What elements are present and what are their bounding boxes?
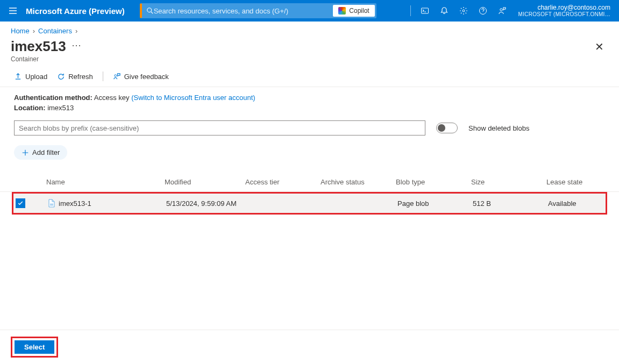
svg-point-0 <box>147 8 151 12</box>
refresh-icon <box>57 73 65 81</box>
upload-icon <box>14 73 22 81</box>
help-button[interactable] <box>473 0 493 22</box>
chevron-right-icon: › <box>33 27 35 35</box>
feedback-button[interactable] <box>493 0 512 22</box>
auth-method-value: Access key <box>94 94 130 102</box>
svg-rect-6 <box>50 204 53 204</box>
more-actions-button[interactable]: ⋯ <box>72 38 81 52</box>
brand-title[interactable]: Microsoft Azure (Preview) <box>26 6 125 16</box>
show-deleted-label: Show deleted blobs <box>468 124 529 132</box>
topbar-actions: charlie.roy@contoso.com MICROSOFT (MICRO… <box>406 0 615 22</box>
add-filter-button[interactable]: Add filter <box>14 145 67 160</box>
filter-icon <box>22 149 29 156</box>
cell-lease-state: Available <box>548 199 619 208</box>
user-tenant: MICROSOFT (MICROSOFT.ONMI… <box>518 11 611 18</box>
svg-rect-1 <box>421 8 428 13</box>
user-email: charlie.roy@contoso.com <box>518 4 611 11</box>
col-name[interactable]: Name <box>46 178 165 186</box>
location-value: imex513 <box>47 104 74 112</box>
auth-method-label: Authentication method: <box>14 94 93 102</box>
azure-topbar: Microsoft Azure (Preview) Copilot charli… <box>0 0 619 22</box>
blob-prefix-search[interactable] <box>14 120 425 135</box>
chevron-right-icon: › <box>75 27 77 35</box>
switch-auth-link[interactable]: (Switch to Microsoft Entra user account) <box>131 94 255 102</box>
refresh-label: Refresh <box>68 73 93 81</box>
breadcrumb-containers[interactable]: Containers <box>38 27 72 35</box>
close-blade-button[interactable]: ✕ <box>590 38 608 55</box>
svg-rect-7 <box>50 205 53 205</box>
show-deleted-toggle[interactable] <box>436 123 458 133</box>
feedback-icon <box>113 73 121 81</box>
feedback-label: Give feedback <box>124 73 169 81</box>
person-feedback-icon <box>498 6 507 15</box>
footer-bar: Select <box>0 330 619 364</box>
table-header: Name Modified Access tier Archive status… <box>0 173 619 192</box>
col-blob-type[interactable]: Blob type <box>396 178 471 186</box>
col-access-tier[interactable]: Access tier <box>245 178 321 186</box>
select-highlight-annotation: Select <box>11 337 58 358</box>
copilot-button[interactable]: Copilot <box>333 5 374 17</box>
copilot-icon <box>338 7 346 15</box>
table-row[interactable]: imex513-1 5/13/2024, 9:59:09 AM Page blo… <box>13 194 606 213</box>
svg-point-4 <box>500 9 502 11</box>
svg-point-5 <box>115 74 117 76</box>
col-archive-status[interactable]: Archive status <box>321 178 396 186</box>
cell-modified: 5/13/2024, 9:59:09 AM <box>166 199 247 208</box>
location-label: Location: <box>14 104 46 112</box>
svg-point-2 <box>463 10 465 12</box>
bell-icon <box>440 6 449 15</box>
breadcrumb-home[interactable]: Home <box>11 27 30 35</box>
cell-blob-type: Page blob <box>397 199 473 208</box>
upload-label: Upload <box>25 73 47 81</box>
page-heading: imex513 ⋯ ✕ <box>0 35 619 55</box>
breadcrumb: Home › Containers › <box>0 22 619 35</box>
global-search[interactable]: Copilot <box>140 3 376 18</box>
refresh-button[interactable]: Refresh <box>57 73 93 81</box>
upload-button[interactable]: Upload <box>14 73 47 81</box>
help-icon <box>479 6 487 15</box>
file-icon <box>48 199 55 208</box>
cloud-shell-icon <box>421 6 429 15</box>
add-filter-label: Add filter <box>32 148 60 156</box>
container-meta: Authentication method: Access key (Switc… <box>0 87 619 112</box>
hamburger-menu[interactable] <box>4 6 22 15</box>
col-size[interactable]: Size <box>471 178 546 186</box>
cell-size: 512 B <box>473 199 548 208</box>
copilot-label: Copilot <box>349 7 369 15</box>
notifications-button[interactable] <box>435 0 454 22</box>
search-icon <box>146 7 154 15</box>
settings-button[interactable] <box>454 0 473 22</box>
blob-table: Name Modified Access tier Archive status… <box>0 173 619 215</box>
cell-name[interactable]: imex513-1 <box>59 199 91 208</box>
row-checkbox[interactable] <box>16 198 25 208</box>
select-button[interactable]: Select <box>15 340 54 354</box>
global-search-input[interactable] <box>154 7 333 15</box>
gear-icon <box>459 6 468 15</box>
col-modified[interactable]: Modified <box>165 178 245 186</box>
toggle-knob <box>438 124 445 132</box>
command-bar: Upload Refresh Give feedback <box>0 63 619 87</box>
page-subtitle: Container <box>0 55 619 63</box>
highlighted-row-annotation: imex513-1 5/13/2024, 9:59:09 AM Page blo… <box>12 192 607 215</box>
check-icon <box>17 200 24 206</box>
blob-search-row: Show deleted blobs <box>0 114 619 135</box>
toolbar-divider <box>103 72 103 81</box>
col-lease-state[interactable]: Lease state <box>546 178 619 186</box>
hamburger-icon <box>9 6 17 15</box>
user-account[interactable]: charlie.roy@contoso.com MICROSOFT (MICRO… <box>512 4 615 18</box>
separator <box>410 5 411 16</box>
page-title: imex513 <box>11 38 66 55</box>
cloud-shell-button[interactable] <box>415 0 435 22</box>
give-feedback-button[interactable]: Give feedback <box>113 73 169 81</box>
